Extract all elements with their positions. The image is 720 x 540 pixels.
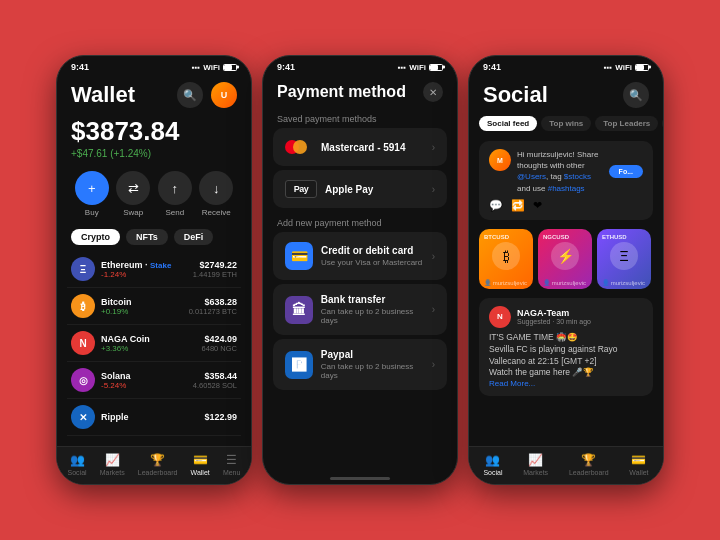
- xrp-name: Ripple: [101, 412, 129, 422]
- asset-ethereum[interactable]: Ξ Ethereum · Stake -1.24% $2749.22 1.441…: [67, 251, 241, 288]
- paypal-method-label: Paypal: [321, 349, 432, 360]
- read-more-link[interactable]: Read More...: [489, 379, 643, 388]
- ngc-coin-icon: ⚡: [551, 242, 579, 270]
- team-post: N NAGA-Team Suggested · 30 min ago IT'S …: [479, 298, 653, 397]
- market-card-btc[interactable]: BTCUSD ₿ 👤 murizsuljevic: [479, 229, 533, 289]
- tab-top-leaders[interactable]: Top Leaders: [595, 116, 658, 131]
- like-icon[interactable]: ❤: [533, 199, 542, 212]
- ngc-amount: 6480 NGC: [202, 344, 237, 353]
- mastercard-label: Mastercard - 5914: [321, 142, 406, 153]
- asset-bitcoin[interactable]: ₿ Bitcoin +0.19% $638.28 0.011273 BTC: [67, 288, 241, 325]
- bank-method-label: Bank transfer: [321, 294, 432, 305]
- home-indicator-payment: [330, 477, 390, 480]
- time-social: 9:41: [483, 62, 501, 72]
- card-icon: 💳: [285, 242, 313, 270]
- ngc-card-user: 👤 murizsuljevic: [543, 279, 586, 286]
- asset-solana[interactable]: ◎ Solana -5.24% $358.44 4.60528 SOL: [67, 362, 241, 399]
- sol-value: $358.44: [193, 371, 237, 381]
- card-method-label: Credit or debit card: [321, 245, 422, 256]
- nav-markets-social[interactable]: 📈 Markets: [523, 453, 548, 476]
- swap-icon: ⇄: [116, 171, 150, 205]
- market-card-eth[interactable]: ETHUSD Ξ 👤 murizsuljevic: [597, 229, 651, 289]
- asset-tabs: Crypto NFTs DeFi: [57, 225, 251, 251]
- btc-card-user: 👤 murizsuljevic: [484, 279, 527, 286]
- time-wallet: 9:41: [71, 62, 89, 72]
- tab-nfts[interactable]: NFTs: [126, 229, 168, 245]
- social-title: Social: [483, 82, 548, 108]
- repost-icon[interactable]: 🔁: [511, 199, 525, 212]
- social-icon-social: 👥: [485, 453, 500, 467]
- sol-change: -5.24%: [101, 381, 131, 390]
- leaderboard-icon-social: 🏆: [581, 453, 596, 467]
- payment-title: Payment method: [277, 83, 406, 101]
- ngc-value: $424.09: [202, 334, 237, 344]
- tab-more[interactable]: To...: [662, 116, 663, 131]
- comment-icon[interactable]: 💬: [489, 199, 503, 212]
- asset-naga[interactable]: N NAGA Coin +3.36% $424.09 6480 NGC: [67, 325, 241, 362]
- applepay-left: Pay Apple Pay: [285, 180, 373, 198]
- mastercard-option[interactable]: Mastercard - 5914 ›: [273, 128, 447, 166]
- nav-menu-wallet[interactable]: ☰ Menu: [223, 453, 241, 476]
- asset-ripple[interactable]: ✕ Ripple $122.99: [67, 399, 241, 436]
- status-bar-payment: 9:41 ▪▪▪ WiFi: [263, 56, 457, 74]
- team-line3: Watch the game here 🎤🏆: [489, 367, 643, 379]
- avatar-wallet[interactable]: U: [211, 82, 237, 108]
- tab-crypto[interactable]: Crypto: [71, 229, 120, 245]
- xrp-value: $122.99: [204, 412, 237, 422]
- app-container: 9:41 ▪▪▪ WiFi Wallet 🔍 U $3873.84 +$47.6…: [36, 35, 684, 505]
- battery-icon-social: [635, 64, 649, 71]
- status-bar-wallet: 9:41 ▪▪▪ WiFi: [57, 56, 251, 74]
- wallet-title: Wallet: [71, 82, 135, 108]
- nav-social-wallet[interactable]: 👥 Social: [68, 453, 87, 476]
- menu-nav-icon: ☰: [226, 453, 237, 467]
- paypal-option[interactable]: 🅿 Paypal Can take up to 2 business days …: [273, 339, 447, 390]
- buy-button[interactable]: + Buy: [75, 171, 109, 217]
- team-post-header: N NAGA-Team Suggested · 30 min ago: [489, 306, 643, 328]
- nav-wallet-social[interactable]: 💳 Wallet: [629, 453, 648, 476]
- team-line2: Sevilla FC is playing against Rayo Valle…: [489, 344, 643, 368]
- team-line1: IT'S GAME TIME 🏟️🤩: [489, 332, 643, 344]
- search-icon-social[interactable]: 🔍: [623, 82, 649, 108]
- tab-social-feed[interactable]: Social feed: [479, 116, 537, 131]
- bank-method-desc: Can take up to 2 business days: [321, 307, 432, 325]
- add-method-label: Add new payment method: [263, 212, 457, 232]
- send-icon: ↑: [158, 171, 192, 205]
- applepay-option[interactable]: Pay Apple Pay ›: [273, 170, 447, 208]
- nav-leaderboard-social[interactable]: 🏆 Leaderboard: [569, 453, 609, 476]
- eth-change: -1.24%: [101, 270, 171, 279]
- receive-button[interactable]: ↓ Receive: [199, 171, 233, 217]
- bank-option[interactable]: 🏛 Bank transfer Can take up to 2 busines…: [273, 284, 447, 335]
- battery-icon-wallet: [223, 64, 237, 71]
- paypal-icon: 🅿: [285, 351, 313, 379]
- btc-name: Bitcoin: [101, 297, 132, 307]
- nav-wallet-wallet[interactable]: 💳 Wallet: [191, 453, 210, 476]
- sol-name: Solana: [101, 371, 131, 381]
- post-header: M Hi murizsuljevic! Share thoughts with …: [489, 149, 643, 194]
- mastercard-logo: [285, 138, 313, 156]
- close-button[interactable]: ✕: [423, 82, 443, 102]
- follow-button[interactable]: Fo...: [609, 165, 643, 178]
- team-name: NAGA-Team: [517, 308, 591, 318]
- team-avatar: N: [489, 306, 511, 328]
- swap-button[interactable]: ⇄ Swap: [116, 171, 150, 217]
- mastercard-chevron: ›: [432, 142, 435, 153]
- signal-icons-wallet: ▪▪▪ WiFi: [192, 63, 237, 72]
- tab-top-wins[interactable]: Top wins: [541, 116, 591, 131]
- nav-social-social[interactable]: 👥 Social: [483, 453, 502, 476]
- nav-markets-wallet[interactable]: 📈 Markets: [100, 453, 125, 476]
- btc-amount: 0.011273 BTC: [189, 307, 237, 316]
- ngc-change: +3.36%: [101, 344, 150, 353]
- paypal-method-desc: Can take up to 2 business days: [321, 362, 432, 380]
- market-card-ngc[interactable]: NGCUSD ⚡ 👤 murizsuljevic: [538, 229, 592, 289]
- receive-icon: ↓: [199, 171, 233, 205]
- market-cards-row: BTCUSD ₿ 👤 murizsuljevic NGCUSD ⚡ 👤 muri…: [469, 224, 663, 294]
- btc-coin-icon: ₿: [492, 242, 520, 270]
- nav-leaderboard-wallet[interactable]: 🏆 Leaderboard: [138, 453, 178, 476]
- applepay-logo: Pay: [285, 180, 317, 198]
- search-icon-wallet[interactable]: 🔍: [177, 82, 203, 108]
- paypal-chevron: ›: [432, 359, 435, 370]
- card-option[interactable]: 💳 Credit or debit card Use your Visa or …: [273, 232, 447, 280]
- status-bar-social: 9:41 ▪▪▪ WiFi: [469, 56, 663, 74]
- send-button[interactable]: ↑ Send: [158, 171, 192, 217]
- tab-defi[interactable]: DeFi: [174, 229, 214, 245]
